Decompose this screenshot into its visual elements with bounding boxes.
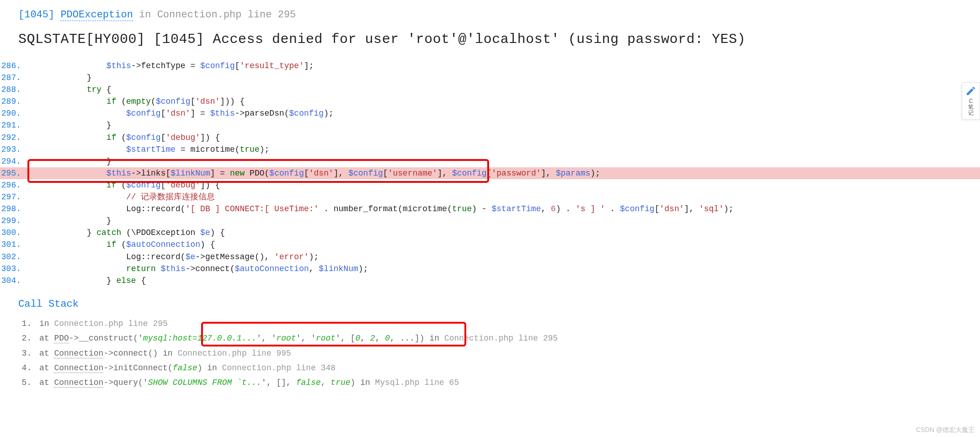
line-number: 300.	[0, 227, 27, 239]
line-number: 295.	[0, 167, 27, 179]
code-line: 288. try {	[0, 84, 980, 96]
line-number: 304.	[0, 275, 27, 287]
code-content: }	[27, 155, 112, 167]
code-content: $this->links[$linkNum] = new PDO($config…	[27, 167, 600, 179]
pen-icon	[965, 85, 976, 96]
line-number: 294.	[0, 155, 27, 167]
code-content: if ($config['debug']) {	[27, 179, 220, 191]
code-line: 296. if ($config['debug']) {	[0, 179, 980, 191]
callstack-title: Call Stack	[18, 298, 962, 310]
line-number: 290.	[0, 107, 27, 119]
code-line: 304. } else {	[0, 275, 980, 287]
code-content: } catch (\PDOException $e) {	[27, 227, 225, 239]
line-number: 303.	[0, 263, 27, 275]
line-number: 297.	[0, 191, 27, 203]
code-content: try {	[27, 84, 112, 96]
source-code-view: 286. $this->fetchType = $config['result_…	[0, 60, 980, 287]
notes-label-3: 记	[963, 110, 979, 116]
error-message: SQLSTATE[HY000] [1045] Access denied for…	[18, 32, 962, 47]
code-content: Log::record($e->getMessage(), 'error');	[27, 251, 319, 263]
code-line: 302. Log::record($e->getMessage(), 'erro…	[0, 251, 980, 263]
code-content: Log::record('[ DB ] CONNECT:[ UseTime:' …	[27, 203, 734, 215]
callstack-item: in Connection.php line 295	[37, 316, 962, 331]
code-content: } else {	[27, 275, 146, 287]
code-line: 287. }	[0, 72, 980, 84]
exception-name[interactable]: PDOException	[60, 9, 133, 21]
code-content: // 记录数据库连接信息	[27, 191, 215, 203]
code-content: }	[27, 72, 91, 84]
line-number: 302.	[0, 251, 27, 263]
code-line: 300. } catch (\PDOException $e) {	[0, 227, 980, 239]
code-line: 295. $this->links[$linkNum] = new PDO($c…	[0, 167, 980, 179]
code-content: return $this->connect($autoConnection, $…	[27, 263, 368, 275]
header-file: Connection.php line 295	[157, 9, 296, 21]
line-number: 291.	[0, 119, 27, 131]
callstack-item: at Connection->query('SHOW COLUMNS FROM …	[37, 375, 962, 390]
line-number: 301.	[0, 239, 27, 250]
callstack-list: in Connection.php line 295at PDO->__cons…	[37, 316, 962, 390]
code-line: 293. $startTime = microtime(true);	[0, 144, 980, 155]
code-line: 294. }	[0, 155, 980, 167]
code-line: 297. // 记录数据库连接信息	[0, 191, 980, 203]
callstack-item: at PDO->__construct('mysql:host=127.0.0.…	[37, 331, 962, 346]
header-in: in	[133, 9, 157, 21]
code-line: 290. $config['dsn'] = $this->parseDsn($c…	[0, 107, 980, 119]
code-content: if ($autoConnection) {	[27, 239, 215, 250]
callstack-item: at Connection->connect() in Connection.p…	[37, 346, 962, 361]
code-line: 299. }	[0, 215, 980, 227]
code-content: if ($config['debug']) {	[27, 132, 220, 144]
callstack-item: at Connection->initConnect(false) in Con…	[37, 361, 962, 375]
error-header: [1045] PDOException in Connection.php li…	[18, 9, 962, 21]
line-number: 286.	[0, 60, 27, 72]
code-line: 303. return $this->connect($autoConnecti…	[0, 263, 980, 275]
line-number: 287.	[0, 72, 27, 84]
code-content: }	[27, 215, 112, 227]
code-line: 292. if ($config['debug']) {	[0, 132, 980, 144]
code-content: $startTime = microtime(true);	[27, 144, 269, 155]
line-number: 296.	[0, 179, 27, 191]
code-line: 286. $this->fetchType = $config['result_…	[0, 60, 980, 72]
line-number: 299.	[0, 215, 27, 227]
error-code: [1045]	[18, 9, 54, 21]
code-line: 301. if ($autoConnection) {	[0, 239, 980, 250]
code-content: }	[27, 119, 112, 131]
notes-widget[interactable]: C 笔 记	[962, 82, 980, 120]
line-number: 289.	[0, 96, 27, 107]
code-line: 291. }	[0, 119, 980, 131]
line-number: 288.	[0, 84, 27, 96]
line-number: 298.	[0, 203, 27, 215]
line-number: 292.	[0, 132, 27, 144]
line-number: 293.	[0, 144, 27, 155]
code-line: 298. Log::record('[ DB ] CONNECT:[ UseTi…	[0, 203, 980, 215]
code-content: if (empty($config['dsn'])) {	[27, 96, 245, 107]
code-line: 289. if (empty($config['dsn'])) {	[0, 96, 980, 107]
code-content: $this->fetchType = $config['result_type'…	[27, 60, 314, 72]
code-content: $config['dsn'] = $this->parseDsn($config…	[27, 107, 334, 119]
